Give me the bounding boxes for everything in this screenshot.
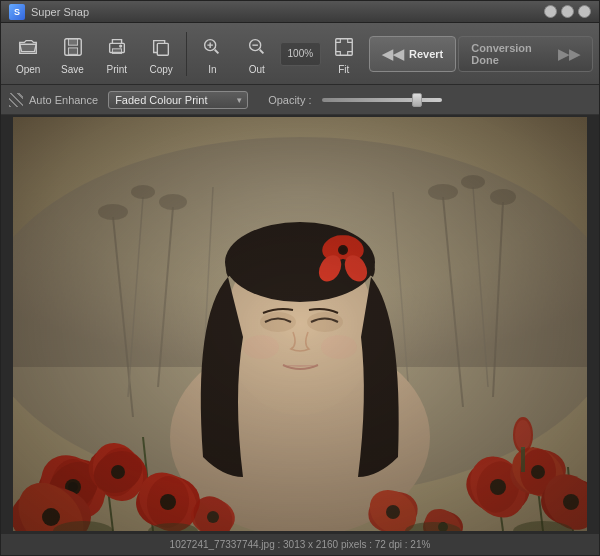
- conversion-done-arrow: ▶▶: [558, 46, 580, 62]
- zoom-in-icon: [198, 33, 226, 61]
- app-icon: S: [9, 4, 25, 20]
- fit-button[interactable]: Fit: [323, 28, 365, 80]
- conversion-done-label: Conversion Done: [471, 42, 553, 66]
- minimize-button[interactable]: [544, 5, 557, 18]
- zoom-in-button[interactable]: In: [191, 28, 233, 80]
- maximize-button[interactable]: [561, 5, 574, 18]
- zoom-in-label: In: [208, 64, 216, 75]
- filter-select-wrapper: Faded Colour Print Black & White Vintage…: [108, 91, 248, 109]
- close-button[interactable]: [578, 5, 591, 18]
- save-icon: [59, 33, 87, 61]
- opacity-slider[interactable]: [322, 98, 442, 102]
- auto-enhance-icon: [9, 93, 23, 107]
- opacity-label: Opacity :: [268, 94, 311, 106]
- zoom-100-button[interactable]: 100%: [280, 42, 321, 66]
- titlebar: S Super Snap: [1, 1, 599, 23]
- fit-label: Fit: [338, 64, 349, 75]
- zoom-out-icon: [243, 33, 271, 61]
- revert-label: Revert: [409, 48, 443, 60]
- revert-button[interactable]: ◀◀ Revert: [369, 36, 456, 72]
- print-label: Print: [107, 64, 128, 75]
- svg-rect-93: [13, 117, 587, 531]
- open-button[interactable]: Open: [7, 28, 49, 80]
- toolbar: Open Save Print: [1, 23, 599, 85]
- svg-rect-6: [158, 43, 169, 55]
- revert-arrow-left: ◀◀: [382, 46, 404, 62]
- open-label: Open: [16, 64, 40, 75]
- svg-rect-1: [68, 38, 77, 44]
- auto-enhance-label: Auto Enhance: [29, 94, 98, 106]
- copy-button[interactable]: Copy: [140, 28, 182, 80]
- app-title: Super Snap: [31, 6, 544, 18]
- zoom-out-label: Out: [249, 64, 265, 75]
- zoom-percent-label: 100%: [288, 48, 314, 59]
- statusbar-text: 1027241_77337744.jpg : 3013 x 2160 pixel…: [170, 539, 431, 550]
- open-icon: [14, 33, 42, 61]
- save-label: Save: [61, 64, 84, 75]
- filterbar: Auto Enhance Faded Colour Print Black & …: [1, 85, 599, 115]
- print-button[interactable]: Print: [96, 28, 138, 80]
- fit-icon: [330, 33, 358, 61]
- svg-rect-2: [68, 47, 77, 53]
- window-controls: [544, 5, 591, 18]
- image-area: [1, 115, 599, 533]
- opacity-thumb: [412, 93, 422, 107]
- svg-rect-9: [336, 38, 353, 55]
- conversion-done-button[interactable]: Conversion Done ▶▶: [458, 36, 593, 72]
- app-window: S Super Snap Open: [0, 0, 600, 556]
- auto-enhance-control: Auto Enhance: [9, 93, 98, 107]
- copy-label: Copy: [150, 64, 173, 75]
- divider-1: [186, 32, 187, 76]
- svg-rect-4: [112, 48, 121, 53]
- svg-point-5: [120, 45, 122, 47]
- copy-icon: [147, 33, 175, 61]
- print-icon: [103, 33, 131, 61]
- filter-select[interactable]: Faded Colour Print Black & White Vintage…: [108, 91, 248, 109]
- save-button[interactable]: Save: [51, 28, 93, 80]
- zoom-out-button[interactable]: Out: [236, 28, 278, 80]
- image-canvas: [13, 117, 587, 531]
- statusbar: 1027241_77337744.jpg : 3013 x 2160 pixel…: [1, 533, 599, 555]
